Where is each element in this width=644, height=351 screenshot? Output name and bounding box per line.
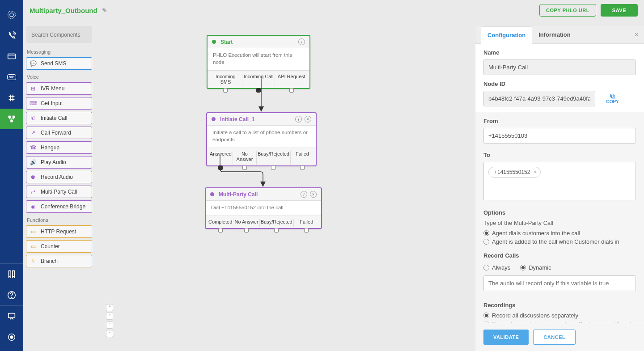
canvas-nav: ˄ ˂ ˃ ˅ [101,303,119,338]
port-no-answer2[interactable] [244,228,249,233]
port-failed[interactable] [300,165,305,170]
copy-nodeid-button[interactable]: COPY [606,93,619,104]
comp-hangup[interactable]: ☎Hangup [26,141,92,154]
svg-rect-4 [13,115,15,118]
node-start[interactable]: Starti PHLO Execution will start from th… [207,35,310,89]
port-no-answer[interactable] [242,165,247,170]
logo-icon[interactable] [0,4,23,25]
flow-canvas[interactable]: Starti PHLO Execution will start from th… [94,26,474,351]
status-icon[interactable] [0,327,23,348]
node-start-title: Start [220,39,233,45]
comp-play-audio[interactable]: 🔊Play Audio [26,156,92,169]
comp-send-sms[interactable]: 💬Send SMS [26,57,92,70]
search-box[interactable] [26,26,92,43]
comp-multi-party-call[interactable]: ⇄Multi-Party Call [26,186,92,198]
conference-icon: ◉ [30,203,36,210]
voice-icon[interactable] [0,25,23,47]
port-busy[interactable] [271,165,275,170]
node-mpc-title: Multi-Party Call [219,191,258,198]
type-option-2[interactable]: Agent is added to the call when Customer… [483,238,636,245]
svg-marker-12 [260,182,266,187]
node-mpc-desc: Dial +14155550152 into the call [206,200,321,216]
nav-right-button[interactable]: ˃ [106,321,113,329]
recordings-option-1[interactable]: Record all discussions separately [483,312,636,319]
messaging-icon[interactable] [0,46,23,67]
comp-call-forward[interactable]: ↗Call Forward [26,127,92,139]
name-input[interactable] [483,59,636,75]
ivr-icon: ⊞ [30,85,36,92]
type-option-1[interactable]: Agent dials customers into the call [483,230,636,237]
port-failed2[interactable] [304,228,309,233]
node-initiate-call[interactable]: Initiate Call_1i× Initiate a call to a l… [206,112,317,166]
hangup-icon: ☎ [30,144,36,151]
config-panel: Configuration Information × Name Node ID… [475,26,644,351]
node-initiate-title: Initiate Call_1 [220,116,254,123]
cancel-button[interactable]: CANCEL [533,330,576,345]
record-label: Record Calls [483,252,636,259]
node-multi-party-call[interactable]: Multi-Party Calli× Dial +14155550152 int… [205,187,322,229]
tab-configuration[interactable]: Configuration [481,26,532,44]
close-icon[interactable]: × [310,191,317,198]
left-nav-rail: SIP [0,0,23,351]
comp-ivr-menu[interactable]: ⊞IVR Menu [26,82,92,95]
edit-title-icon[interactable]: ✎ [102,7,107,14]
from-label: From [483,118,636,124]
type-label: Type of the Multi-Party Call [483,220,636,226]
port-completed[interactable] [218,228,223,233]
port-answered[interactable] [218,165,223,170]
help-icon[interactable] [0,285,23,306]
close-panel-icon[interactable]: × [635,31,639,39]
comp-get-input[interactable]: ⌨Get Input [26,97,92,110]
from-input[interactable] [483,128,636,144]
input-icon: ⌨ [30,100,36,106]
feedback-icon[interactable] [0,306,23,327]
search-input[interactable] [31,32,87,38]
close-icon[interactable]: × [305,116,311,123]
comp-branch[interactable]: ⑂Branch [26,255,92,267]
to-tag-area[interactable]: +14155550152× [483,162,636,200]
to-tag: +14155550152× [488,167,541,178]
port-api-request[interactable] [289,88,294,93]
category-voice: Voice [27,74,92,80]
nav-left-button[interactable]: ˂ [106,313,113,320]
hash-icon[interactable] [0,88,23,109]
port-incoming-call[interactable] [256,88,261,93]
svg-rect-8 [8,313,15,318]
sms-icon: 💬 [30,60,36,67]
info-icon[interactable]: i [298,38,305,45]
mpc-icon: ⇄ [30,189,36,195]
docs-icon[interactable] [0,264,23,285]
svg-marker-11 [258,106,264,112]
node-start-desc: PHLO Execution will start from this node [208,48,309,71]
comp-conference-bridge[interactable]: ◉Conference Bridge [26,200,92,213]
info-icon[interactable]: i [301,191,307,198]
record-always[interactable]: Always [483,264,510,271]
top-bar: Multiparty_Outbound ✎ COPY PHLO URL SAVE [23,0,644,21]
phlo-icon[interactable] [0,109,23,130]
tab-information[interactable]: Information [532,26,577,43]
svg-rect-5 [10,120,13,123]
comp-counter[interactable]: ▭Counter [26,240,92,253]
record-variable-input[interactable] [483,275,636,291]
save-button[interactable]: SAVE [601,4,638,17]
copy-phlo-url-button[interactable]: COPY PHLO URL [539,4,596,17]
comp-record-audio[interactable]: ⏺Record Audio [26,171,92,183]
validate-button[interactable]: VALIDATE [483,330,529,345]
remove-tag-icon[interactable]: × [534,169,537,175]
nav-down-button[interactable]: ˅ [106,330,113,337]
recordings-option-2[interactable]: Separate agent discussions from Customer… [483,321,636,323]
sip-icon[interactable]: SIP [0,67,23,88]
nav-up-button[interactable]: ˄ [106,304,113,311]
record-dynamic[interactable]: Dynamic [520,264,551,271]
name-label: Name [483,49,636,56]
comp-initiate-call[interactable]: ✆Initiate Call [26,112,92,124]
nodeid-input[interactable] [483,91,595,106]
info-icon[interactable]: i [295,116,302,123]
svg-rect-3 [8,115,11,118]
port-incoming-sms[interactable] [223,88,228,93]
category-functions: Functions [27,217,92,223]
counter-icon: ▭ [30,243,36,250]
svg-point-10 [10,335,13,338]
port-busy2[interactable] [274,228,279,233]
comp-http-request[interactable]: ▭HTTP Request [26,225,92,238]
